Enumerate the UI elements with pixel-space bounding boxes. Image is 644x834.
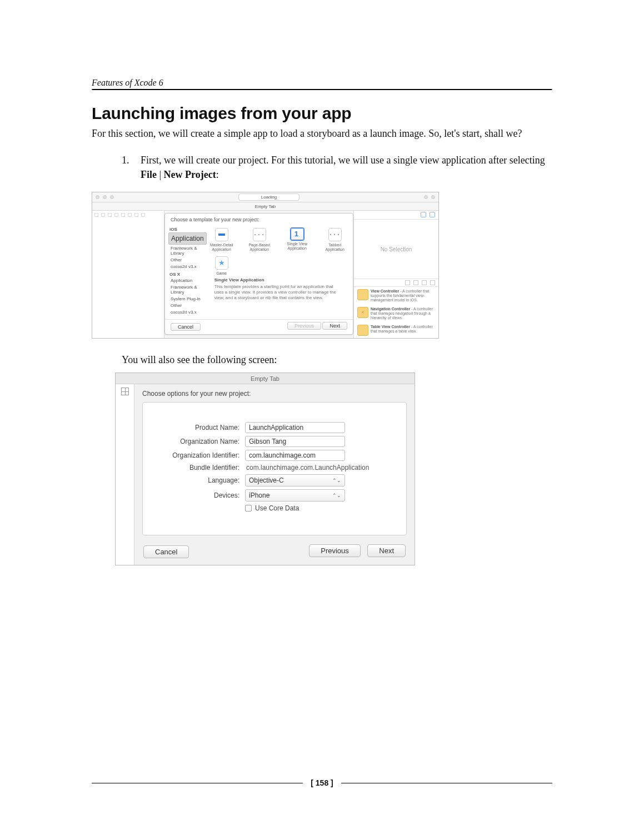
inspector-tabs <box>354 211 438 220</box>
template-sidebar: iOS Application Framework & Library Othe… <box>165 225 206 319</box>
tile-single-view[interactable]: 1Single View Application <box>283 228 311 251</box>
library-item[interactable]: Table View Controller - A controller tha… <box>354 322 438 338</box>
nav-tab-icon[interactable] <box>108 213 112 217</box>
lib-title: Navigation Controller <box>371 307 410 311</box>
nav-tab-icon[interactable] <box>128 213 132 217</box>
tabs-icon: ▪ ▪ ▪ <box>330 232 340 237</box>
traffic-light-min-icon <box>103 195 107 199</box>
product-name-field[interactable]: LaunchApplication <box>245 422 345 433</box>
nav-tab-icon[interactable] <box>114 213 118 217</box>
traffic-light-max-icon <box>110 195 114 199</box>
sidebar-item-osx-app[interactable]: Application <box>168 277 207 284</box>
sidebar-item-osx-framework[interactable]: Framework & Library <box>168 284 207 295</box>
status-area: Loading <box>117 193 421 201</box>
between-text: You will also see the following screen: <box>122 354 552 366</box>
template-tiles: Master-Detail Application • • •Page-Base… <box>206 225 355 319</box>
inspector-tab-icon[interactable] <box>421 212 426 217</box>
sidebar-item-osx-cocos2d[interactable]: cocos2d v3.x <box>168 309 207 315</box>
sidebar-item-osx-other[interactable]: Other <box>168 302 207 309</box>
library-tab-icon[interactable] <box>413 280 418 285</box>
library-item[interactable]: <Navigation Controller - A controller th… <box>354 305 438 322</box>
desc-title: Single View Application <box>214 277 342 283</box>
sheet-title: Choose options for your new project: <box>134 384 415 398</box>
nav-tab-icon[interactable] <box>101 213 105 217</box>
no-selection-label: No Selection <box>354 220 438 279</box>
tile-label: Game <box>208 271 236 276</box>
library-tab-icon[interactable] <box>422 280 427 285</box>
navigator-tabs <box>94 213 162 217</box>
use-core-data-checkbox[interactable] <box>245 505 252 512</box>
menu-file: File <box>141 169 157 180</box>
tile-label: Master-Detail Application <box>208 243 236 251</box>
previous-button[interactable]: Previous <box>309 544 361 557</box>
devices-value: iPhone <box>249 492 269 499</box>
nav-tab-icon[interactable] <box>141 213 145 217</box>
step-1: 1. First, we will create our project. Fo… <box>122 153 552 182</box>
nav-tab-icon[interactable] <box>134 213 138 217</box>
step1-colon: : <box>216 169 219 180</box>
window-toolbar: Loading <box>92 192 438 202</box>
tab-bar: Empty Tab <box>116 373 415 384</box>
platform-ios: iOS <box>169 227 206 232</box>
chevron-updown-icon: ⌃⌄ <box>332 493 341 498</box>
page-footer: [ 158 ] <box>92 778 552 787</box>
tile-page-based[interactable]: • • •Page-Based Application <box>246 228 273 251</box>
screenshot-template-chooser: Loading Empty Tab Choose a template for … <box>92 192 439 339</box>
tab-empty[interactable]: Empty Tab <box>255 204 276 209</box>
library-tab-icon[interactable] <box>430 280 435 285</box>
inspector-tab-icon[interactable] <box>430 212 435 217</box>
organization-identifier-field[interactable]: com.launchimage.com <box>245 450 345 461</box>
platform-osx: OS X <box>169 272 206 277</box>
language-value: Objective-C <box>249 476 284 484</box>
tile-game[interactable]: ★Game <box>208 256 236 276</box>
dots-icon: • • • <box>254 232 264 237</box>
object-library: View Controller - A controller that supp… <box>354 279 438 338</box>
use-core-data-label: Use Core Data <box>255 504 299 512</box>
navigator-area <box>92 211 164 338</box>
tile-label: Single View Application <box>283 242 311 250</box>
bundle-identifier-value: com.launchimage.com.LaunchApplication <box>245 464 369 471</box>
one-icon: 1 <box>294 230 298 238</box>
previous-button[interactable]: Previous <box>287 322 321 330</box>
sheet-footer: Cancel Previous Next <box>134 541 415 565</box>
navigation-controller-icon: < <box>357 307 368 318</box>
options-panel: Product Name:LaunchApplication Organizat… <box>142 402 407 535</box>
language-select[interactable]: Objective-C⌃⌄ <box>245 474 345 487</box>
cancel-button[interactable]: Cancel <box>143 545 189 558</box>
step-number: 1. <box>122 153 134 182</box>
next-button[interactable]: Next <box>322 322 347 330</box>
sidebar-item-framework[interactable]: Framework & Library <box>168 245 207 256</box>
menu-sep: | <box>157 169 164 180</box>
grid-icon[interactable] <box>121 388 129 395</box>
sidebar-item-application[interactable]: Application <box>168 232 207 245</box>
nav-tab-icon[interactable] <box>121 213 125 217</box>
library-item[interactable]: View Controller - A controller that supp… <box>354 287 438 305</box>
nav-tab-icon[interactable] <box>94 213 98 217</box>
status-text: Loading <box>238 193 299 201</box>
section-heading: Launching images from your app <box>92 104 552 123</box>
chevron-updown-icon: ⌃⌄ <box>332 478 341 483</box>
tile-master-detail[interactable]: Master-Detail Application <box>208 228 236 251</box>
sidebar-item-osx-plugin[interactable]: System Plug-in <box>168 296 207 302</box>
desc-body: This template provides a starting point … <box>214 284 342 301</box>
inspector-area: No Selection View Controller - A control… <box>353 211 438 338</box>
sheet-footer: Cancel Previous Next <box>165 319 353 334</box>
traffic-light-close-icon <box>96 195 99 199</box>
devices-select[interactable]: iPhone⌃⌄ <box>245 489 345 502</box>
tile-tabbed[interactable]: ▪ ▪ ▪Tabbed Application <box>321 228 349 251</box>
product-name-label: Product Name: <box>156 424 245 431</box>
template-description: Single View Application This template pr… <box>208 275 349 306</box>
language-label: Language: <box>156 476 245 484</box>
sidebar-item-cocos2d[interactable]: cocos2d v3.x <box>168 264 207 270</box>
lib-title: View Controller <box>371 289 399 293</box>
sidebar-item-other[interactable]: Other <box>168 257 207 263</box>
screenshot-options-sheet: Empty Tab Choose options for your new pr… <box>115 373 415 565</box>
template-sheet: Choose a template for your new project: … <box>164 213 353 335</box>
org-name-label: Organization Name: <box>156 438 245 445</box>
tab-empty[interactable]: Empty Tab <box>251 375 279 382</box>
organization-name-field[interactable]: Gibson Tang <box>245 436 345 447</box>
library-tab-icon[interactable] <box>405 280 410 285</box>
next-button[interactable]: Next <box>367 544 406 557</box>
tab-bar: Empty Tab <box>92 202 438 211</box>
cancel-button[interactable]: Cancel <box>171 323 201 331</box>
